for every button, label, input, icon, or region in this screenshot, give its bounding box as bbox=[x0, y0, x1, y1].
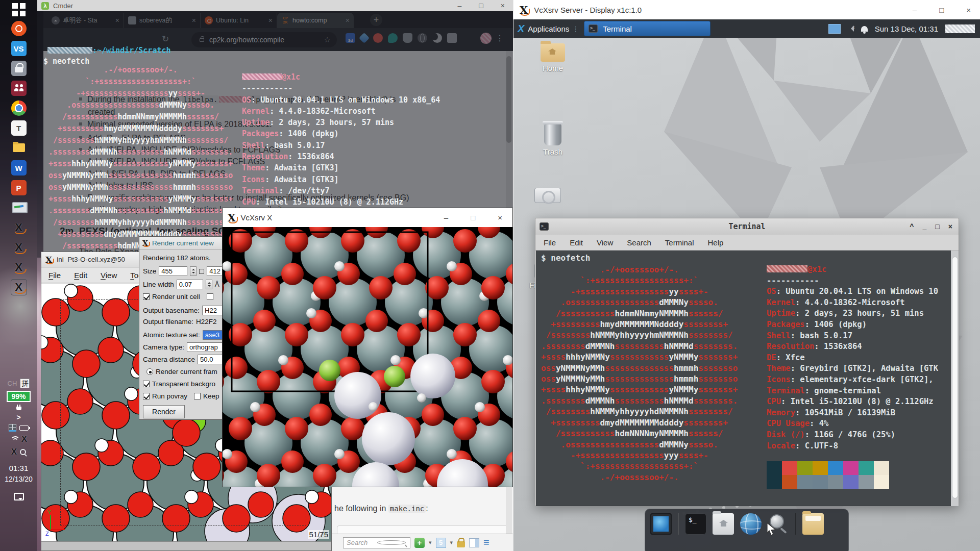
vscode-app-icon[interactable]: VS bbox=[11, 41, 27, 56]
chrome-app-icon[interactable] bbox=[11, 101, 27, 116]
desktop-icon-trash[interactable]: Trash bbox=[530, 124, 576, 156]
terminal-content[interactable]: $ neofetch .-/+oossssoo+/-. `:+sssssssss… bbox=[536, 251, 959, 506]
battery-tray-icon[interactable] bbox=[19, 425, 29, 431]
render-current-frame-radio[interactable] bbox=[146, 368, 153, 375]
workspace-pager[interactable] bbox=[828, 24, 841, 34]
desktop-icon-home[interactable]: Home bbox=[530, 43, 576, 72]
teams-app-icon[interactable] bbox=[11, 81, 27, 96]
minimize-button[interactable]: _ bbox=[923, 222, 927, 231]
menu-file[interactable]: File bbox=[48, 271, 61, 280]
file-explorer-app-icon[interactable] bbox=[11, 140, 27, 156]
xserver-app-1-icon[interactable]: X bbox=[11, 220, 27, 235]
page-indicator[interactable]: 5 bbox=[436, 538, 446, 548]
taskbar-icons: VSTWPXXXX bbox=[0, 3, 37, 295]
search-tray-icon[interactable] bbox=[20, 449, 26, 455]
home-folder-dock-icon[interactable] bbox=[713, 513, 734, 535]
battery-percentage[interactable]: 99% bbox=[7, 391, 30, 402]
texture-select[interactable]: ase3 bbox=[203, 330, 224, 340]
clock-time[interactable]: 01:31 bbox=[9, 464, 29, 472]
camera-type-select[interactable]: orthograp bbox=[187, 342, 227, 352]
wifi-icon[interactable] bbox=[10, 436, 18, 443]
ime-indicator[interactable]: 拼 bbox=[20, 379, 30, 388]
ubuntu-app-icon[interactable] bbox=[11, 21, 27, 36]
lock-tool-app-icon[interactable] bbox=[11, 61, 27, 76]
terminal-titlebar[interactable]: Terminal >_ ^ _ □ × bbox=[535, 218, 959, 235]
applications-menu[interactable]: Applications bbox=[528, 24, 569, 33]
menu-search[interactable]: Search bbox=[627, 238, 651, 247]
minimize-button[interactable]: – bbox=[444, 213, 448, 222]
web-browser-dock-icon[interactable] bbox=[740, 513, 762, 535]
page-dropdown-icon[interactable]: ▾ bbox=[450, 539, 453, 546]
cmder-minimize-button[interactable]: – bbox=[458, 2, 462, 10]
cmder-titlebar[interactable]: λ Cmder – □ × bbox=[37, 0, 513, 11]
size-width-input[interactable]: 455 bbox=[159, 266, 187, 276]
xserver-app-3-icon[interactable]: X bbox=[11, 260, 27, 275]
volume-muted-icon[interactable] bbox=[848, 26, 854, 32]
grid-tray-icon[interactable] bbox=[9, 424, 16, 432]
run-povray-checkbox[interactable] bbox=[143, 393, 150, 399]
menu-view[interactable]: View bbox=[101, 271, 117, 280]
display-settings-dock-icon[interactable] bbox=[650, 513, 672, 535]
panel-toggle-icon[interactable] bbox=[469, 538, 479, 547]
notifications-icon[interactable] bbox=[14, 493, 24, 500]
shade-button[interactable]: ^ bbox=[910, 222, 914, 231]
file-manager-dock-icon[interactable] bbox=[802, 513, 824, 535]
close-button[interactable]: × bbox=[498, 213, 502, 222]
zoom-add-button[interactable]: + bbox=[414, 538, 425, 548]
camera-distance-input[interactable]: 50.0 bbox=[198, 355, 224, 364]
menu-edit[interactable]: Edit bbox=[74, 271, 87, 280]
panel-clock[interactable]: Sun 13 Dec, 01:31 bbox=[875, 24, 938, 33]
xserver-tray-icon-2[interactable]: X bbox=[11, 447, 17, 457]
tray-expand-icon[interactable]: > bbox=[16, 413, 20, 421]
render-unit-cell-checkbox[interactable] bbox=[143, 293, 150, 300]
xserver-tray-icon-1[interactable]: X bbox=[21, 434, 27, 444]
clock-date[interactable]: 12/13/20 bbox=[5, 475, 33, 483]
menu-hamburger-icon[interactable]: ≡ bbox=[483, 537, 489, 548]
menu-terminal[interactable]: Terminal bbox=[665, 238, 694, 247]
second-checkbox[interactable] bbox=[207, 293, 213, 300]
vcxsrv-server-titlebar[interactable]: X VcXsrv Server - Display x1c:1.0 – □ × bbox=[513, 0, 980, 19]
cmder-maximize-button[interactable]: □ bbox=[479, 2, 483, 10]
keep-checkbox[interactable] bbox=[194, 393, 201, 399]
menu-view[interactable]: View bbox=[597, 238, 613, 247]
system-monitor-app-icon[interactable] bbox=[11, 200, 27, 215]
vcxsrv-x-titlebar[interactable]: X VcXsrv X – □ × bbox=[223, 208, 512, 227]
close-button[interactable]: × bbox=[966, 6, 971, 14]
powerpoint-app-icon[interactable]: P bbox=[11, 180, 27, 195]
start-button-icon[interactable] bbox=[12, 3, 26, 16]
size-spinner[interactable] bbox=[190, 266, 197, 276]
word-app-icon[interactable]: W bbox=[11, 160, 27, 176]
terminal-scrollbar[interactable] bbox=[951, 251, 959, 506]
terminal-dock-icon[interactable]: $_ bbox=[685, 513, 706, 535]
aspect-link-icon[interactable] bbox=[199, 269, 204, 274]
neofetch-info-row: Icons: Adwaita [GTK3] bbox=[242, 174, 440, 185]
render-button[interactable]: Render bbox=[143, 405, 185, 418]
menu-edit[interactable]: Edit bbox=[570, 238, 583, 247]
notification-bell-icon[interactable] bbox=[861, 26, 868, 32]
maximize-button[interactable]: □ bbox=[939, 6, 944, 14]
menu-file[interactable]: File bbox=[544, 238, 556, 247]
search-input[interactable]: Search bbox=[343, 537, 410, 548]
xserver-app-4-icon[interactable]: X bbox=[11, 280, 27, 295]
xserver-app-2-icon[interactable]: X bbox=[11, 240, 27, 255]
typora-app-icon[interactable]: T bbox=[11, 120, 27, 136]
inline-code: make.inc bbox=[388, 505, 426, 513]
menu-help[interactable]: Help bbox=[708, 238, 724, 247]
taskbar-button-terminal[interactable]: >_ Terminal bbox=[584, 21, 710, 36]
x-logo-icon: X bbox=[45, 255, 52, 265]
lock-icon[interactable] bbox=[457, 541, 465, 547]
line-width-input[interactable]: 0.07 bbox=[177, 280, 203, 289]
line-width-spinner[interactable] bbox=[206, 280, 212, 289]
close-button[interactable]: × bbox=[948, 222, 952, 231]
zoom-dropdown-icon[interactable]: ▾ bbox=[429, 539, 432, 546]
xfce-terminal-window: Terminal >_ ^ _ □ × FileEditViewSearchTe… bbox=[535, 218, 959, 506]
palette-swatch bbox=[828, 461, 843, 475]
scrollbar-thumb[interactable] bbox=[952, 257, 958, 498]
neofetch-info-row: Terminal: /dev/tty7 bbox=[242, 185, 440, 196]
maximize-button[interactable]: □ bbox=[935, 222, 939, 231]
minimize-button[interactable]: – bbox=[913, 6, 917, 14]
desktop-icon-drive[interactable] bbox=[525, 188, 571, 203]
maximize-button[interactable]: □ bbox=[471, 213, 475, 222]
cmder-close-button[interactable]: × bbox=[501, 2, 505, 10]
transparent-bg-checkbox[interactable] bbox=[143, 381, 150, 387]
